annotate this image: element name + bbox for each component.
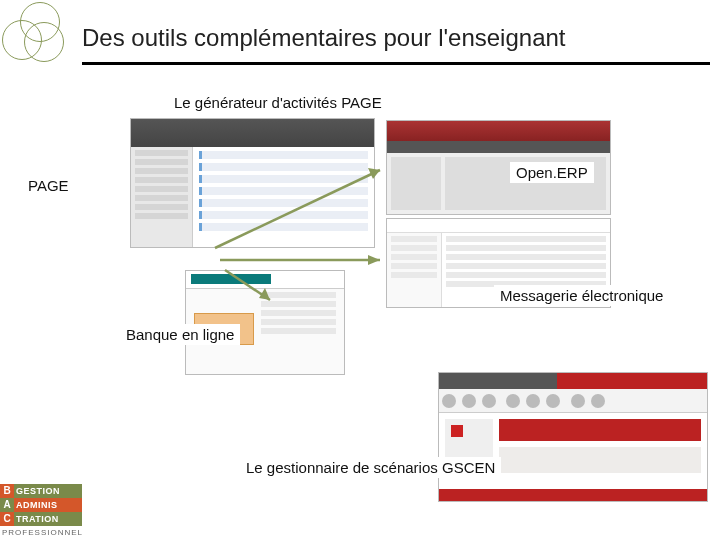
logo-letter-3: C — [0, 512, 14, 526]
svg-marker-3 — [368, 255, 380, 265]
screenshot-bank — [185, 270, 345, 375]
logo-letter-1: B — [0, 484, 14, 498]
logo-text-2: ADMINIS — [14, 498, 82, 512]
corner-decoration — [2, 2, 72, 72]
label-page: PAGE — [22, 175, 75, 196]
logo-subtitle: PROFESSIONNEL — [0, 526, 82, 540]
label-mail: Messagerie électronique — [494, 285, 669, 306]
label-gscen: Le gestionnaire de scénarios GSCEN — [240, 457, 501, 478]
slide-title: Des outils complémentaires pour l'enseig… — [82, 24, 566, 52]
label-openerp: Open.ERP — [510, 162, 594, 183]
screenshot-page — [130, 118, 375, 248]
title-underline — [82, 62, 710, 65]
label-generator: Le générateur d'activités PAGE — [168, 92, 388, 113]
logo-text-1: GESTION — [14, 484, 82, 498]
logo-letter-2: A — [0, 498, 14, 512]
logo-text-3: TRATION — [14, 512, 82, 526]
footer-logo: BGESTION AADMINIS CTRATION PROFESSIONNEL — [0, 484, 82, 540]
label-bank: Banque en ligne — [120, 324, 240, 345]
screenshot-gscen — [438, 372, 708, 502]
